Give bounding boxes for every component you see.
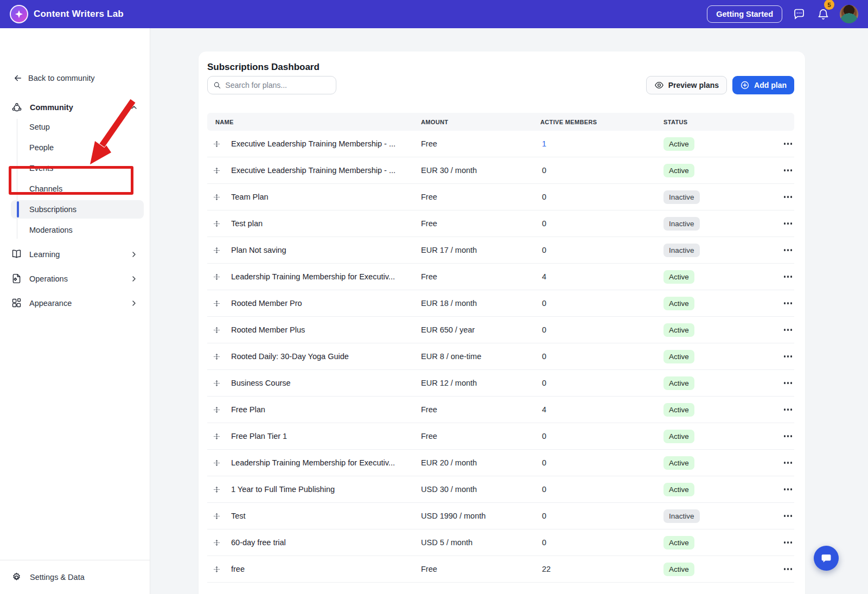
row-actions-menu-icon[interactable] xyxy=(768,343,794,369)
row-actions-menu-icon[interactable] xyxy=(768,264,794,290)
plan-name[interactable]: 1 Year to Full Time Publishing xyxy=(231,485,421,494)
plan-row: Executive Leadership Training Membership… xyxy=(207,131,794,157)
row-actions-menu-icon[interactable] xyxy=(768,423,794,449)
sidebar-item-appearance[interactable]: Appearance xyxy=(0,291,150,315)
plan-name[interactable]: Free Plan xyxy=(231,405,421,414)
preview-plans-button[interactable]: Preview plans xyxy=(646,76,727,94)
add-plan-button[interactable]: Add plan xyxy=(732,76,794,94)
drag-handle-icon[interactable] xyxy=(207,246,231,254)
drag-handle-icon[interactable] xyxy=(207,512,231,520)
sidebar-item-moderations[interactable]: Moderations xyxy=(0,220,150,240)
plan-amount: Free xyxy=(421,405,540,414)
chevron-up-icon xyxy=(130,103,138,112)
plan-name[interactable]: 60-day free trial xyxy=(231,538,421,547)
plan-name[interactable]: Rooted Daily: 30-Day Yoga Guide xyxy=(231,352,421,361)
plan-status: Inactive xyxy=(663,509,768,523)
status-badge: Active xyxy=(663,297,694,310)
plan-name[interactable]: Team Plan xyxy=(231,193,421,201)
appearance-icon xyxy=(11,297,22,309)
status-badge: Inactive xyxy=(663,509,700,523)
drag-handle-icon[interactable] xyxy=(207,299,231,308)
status-badge: Inactive xyxy=(663,190,700,204)
search-plans-box[interactable] xyxy=(207,76,336,94)
plan-row: Rooted Member Plus EUR 650 / year 0 Acti… xyxy=(207,317,794,343)
chat-launcher-button[interactable] xyxy=(814,546,839,571)
plan-name[interactable]: Executive Leadership Training Membership… xyxy=(231,139,421,148)
sidebar-item-events[interactable]: Events xyxy=(0,158,150,178)
drag-handle-icon[interactable] xyxy=(207,273,231,281)
subscriptions-dashboard-card: Subscriptions Dashboard Preview plans Ad… xyxy=(199,52,805,594)
sidebar-item-people[interactable]: People xyxy=(0,137,150,158)
drag-handle-icon[interactable] xyxy=(207,326,231,334)
plan-row: Executive Leadership Training Membership… xyxy=(207,157,794,184)
settings-and-data-item[interactable]: Settings & Data xyxy=(0,560,150,594)
plan-name[interactable]: Business Course xyxy=(231,379,421,387)
plan-status: Active xyxy=(663,323,768,337)
sidebar-item-channels[interactable]: Channels xyxy=(0,178,150,199)
sidebar-section-community[interactable]: Community xyxy=(0,98,150,117)
sidebar-item-setup[interactable]: Setup xyxy=(0,117,150,137)
search-plans-input[interactable] xyxy=(225,81,330,90)
status-badge: Active xyxy=(663,483,694,496)
sidebar-item-subscriptions[interactable]: Subscriptions xyxy=(0,199,150,220)
plan-active-members: 4 xyxy=(540,405,663,414)
row-actions-menu-icon[interactable] xyxy=(768,317,794,343)
row-actions-menu-icon[interactable] xyxy=(768,397,794,423)
plan-name[interactable]: Leadership Training Membership for Execu… xyxy=(231,458,421,467)
drag-handle-icon[interactable] xyxy=(207,565,231,573)
plan-row: 60-day free trial USD 5 / month 0 Active xyxy=(207,529,794,556)
plan-status: Inactive xyxy=(663,190,768,204)
notifications-bell-icon[interactable]: 5 xyxy=(816,7,830,21)
sidebar-item-learning[interactable]: Learning xyxy=(0,242,150,266)
back-to-community-link[interactable]: Back to community xyxy=(13,73,95,83)
drag-handle-icon[interactable] xyxy=(207,193,231,201)
chevron-right-icon xyxy=(130,299,138,308)
app-title: Content Writers Lab xyxy=(34,9,124,20)
plan-active-members: 0 xyxy=(540,458,663,467)
status-badge: Active xyxy=(663,270,694,284)
drag-handle-icon[interactable] xyxy=(207,432,231,440)
drag-handle-icon[interactable] xyxy=(207,459,231,467)
drag-handle-icon[interactable] xyxy=(207,379,231,387)
row-actions-menu-icon[interactable] xyxy=(768,370,794,396)
plan-row: Team Plan Free 0 Inactive xyxy=(207,184,794,210)
row-actions-menu-icon[interactable] xyxy=(768,157,794,183)
row-actions-menu-icon[interactable] xyxy=(768,237,794,263)
drag-handle-icon[interactable] xyxy=(207,539,231,547)
plan-name[interactable]: Test plan xyxy=(231,219,421,228)
row-actions-menu-icon[interactable] xyxy=(768,503,794,529)
sidebar-item-operations[interactable]: Operations xyxy=(0,266,150,291)
row-actions-menu-icon[interactable] xyxy=(768,529,794,555)
drag-handle-icon[interactable] xyxy=(207,353,231,361)
row-actions-menu-icon[interactable] xyxy=(768,184,794,210)
plan-active-members: 1 xyxy=(540,139,663,148)
row-actions-menu-icon[interactable] xyxy=(768,450,794,476)
plan-name[interactable]: Rooted Member Plus xyxy=(231,325,421,334)
drag-handle-icon[interactable] xyxy=(207,486,231,494)
app-logo-sparkle-icon[interactable] xyxy=(10,5,28,23)
row-actions-menu-icon[interactable] xyxy=(768,290,794,316)
row-actions-menu-icon[interactable] xyxy=(768,556,794,582)
plan-name[interactable]: Free Plan Tier 1 xyxy=(231,432,421,440)
drag-handle-icon[interactable] xyxy=(207,220,231,228)
row-actions-menu-icon[interactable] xyxy=(768,476,794,502)
drag-handle-icon[interactable] xyxy=(207,167,231,175)
plan-name[interactable]: Test xyxy=(231,512,421,520)
row-actions-menu-icon[interactable] xyxy=(768,210,794,237)
user-avatar[interactable] xyxy=(840,5,858,23)
row-actions-menu-icon[interactable] xyxy=(768,131,794,157)
plan-status: Active xyxy=(663,164,768,177)
getting-started-button[interactable]: Getting Started xyxy=(707,5,782,23)
plan-active-members: 0 xyxy=(540,325,663,334)
plan-name[interactable]: Rooted Member Pro xyxy=(231,299,421,308)
drag-handle-icon[interactable] xyxy=(207,140,231,148)
plan-active-members: 0 xyxy=(540,538,663,547)
plan-name[interactable]: free xyxy=(231,565,421,573)
plan-name[interactable]: Leadership Training Membership for Execu… xyxy=(231,272,421,281)
drag-handle-icon[interactable] xyxy=(207,406,231,414)
plan-row: Rooted Member Pro EUR 18 / month 0 Activ… xyxy=(207,290,794,317)
messages-icon[interactable] xyxy=(792,7,806,21)
plan-name[interactable]: Executive Leadership Training Membership… xyxy=(231,166,421,175)
column-header-active-members: ACTIVE MEMBERS xyxy=(540,119,663,125)
plan-name[interactable]: Plan Not saving xyxy=(231,246,421,254)
